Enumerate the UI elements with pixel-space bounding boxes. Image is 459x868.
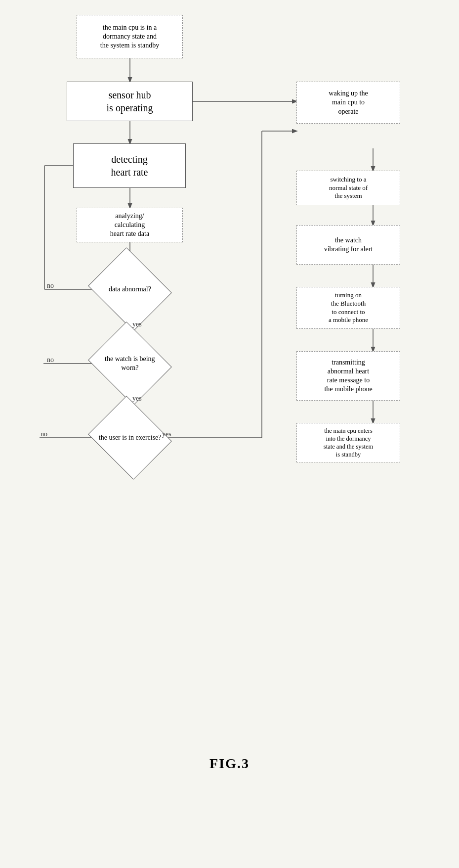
dormancy-box: the main cpu enters into the dormancy st… <box>296 423 400 462</box>
yes3-label: yes <box>162 430 171 438</box>
yes2-label: yes <box>132 395 142 403</box>
figure-caption: FIG.3 <box>209 756 250 772</box>
no2-label: no <box>47 356 54 364</box>
bluetooth-box: turning on the Bluetooth to connect to a… <box>296 287 400 329</box>
flowchart-diagram: the main cpu is in a dormancy state and … <box>0 0 459 791</box>
analyzing-box: analyzing/ calculating heart rate data <box>77 208 183 242</box>
no1-label: no <box>47 282 54 290</box>
yes1-label: yes <box>132 320 142 328</box>
no3-label: no <box>41 430 47 438</box>
vibrating-box: the watch vibrating for alert <box>296 225 400 265</box>
transmitting-box: transmitting abnormal heart rate message… <box>296 351 400 401</box>
switching-box: switching to a normal state of the syste… <box>296 171 400 205</box>
user-exercise-diamond: the user is in exercise? <box>88 396 172 480</box>
standby-box: the main cpu is in a dormancy state and … <box>77 15 183 58</box>
waking-up-box: waking up the main cpu to operate <box>296 82 400 124</box>
watch-worn-diamond: the watch is being worn? <box>88 321 172 406</box>
data-abnormal-diamond: data abnormal? <box>88 247 172 331</box>
detecting-box: detecting heart rate <box>73 143 186 188</box>
sensor-hub-box: sensor hub is operating <box>67 82 193 121</box>
